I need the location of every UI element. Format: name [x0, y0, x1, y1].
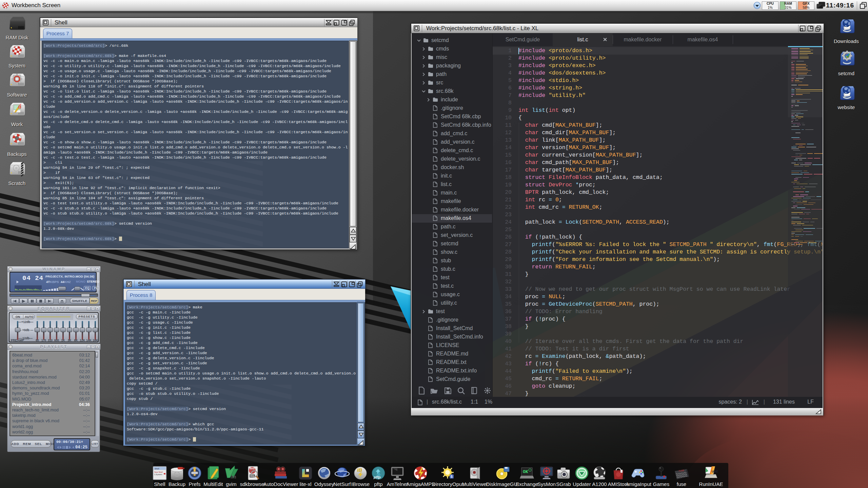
svg-text:AVD: AVD [250, 467, 255, 470]
svg-text:OK: OK [523, 469, 528, 474]
svg-text:1.System:: 1.System: [154, 473, 163, 475]
svg-text:im: im [231, 474, 236, 480]
svg-text:IB: IB [357, 467, 362, 473]
svg-text:New Shell: New Shell [154, 471, 163, 473]
svg-text:Shell: Shell [155, 468, 159, 470]
svg-text:5: 5 [451, 475, 453, 479]
svg-text:pftp: pftp [373, 475, 381, 479]
svg-text:UAE: UAE [712, 470, 718, 473]
